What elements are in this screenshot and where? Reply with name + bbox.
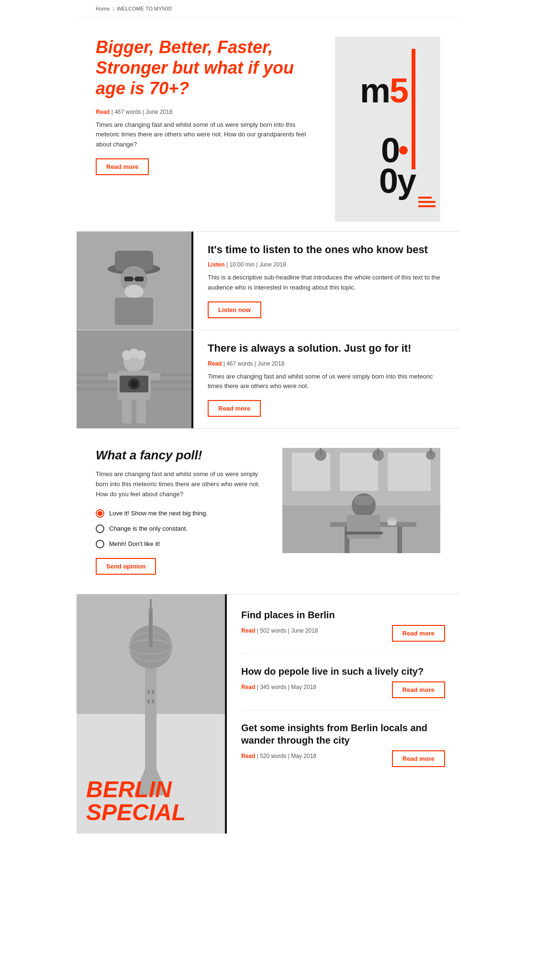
poll-left: What a fancy poll! Times are changing fa… xyxy=(96,448,263,574)
article-1-tag: Listen xyxy=(208,261,224,268)
logo-m5: m5 xyxy=(360,75,408,106)
article-1-meta: Listen | 10:00 min | June 2018 xyxy=(208,261,445,268)
berlin-article-3-meta: Read | 520 words | May 2018 Read more xyxy=(241,750,445,767)
berlin-article-3-read-more[interactable]: Read more xyxy=(392,750,445,767)
svg-rect-28 xyxy=(340,453,378,491)
poll-option-1[interactable]: Love it! Show me the next big thing. xyxy=(96,509,263,518)
svg-rect-57 xyxy=(147,700,150,703)
berlin-left: BERLIN SPECIAL xyxy=(77,594,225,834)
send-opinion-button[interactable]: Send opinion xyxy=(96,558,156,575)
nav-welcome: WELCOME TO MY500! xyxy=(117,6,172,11)
berlin-right: Find places in Berlin Read | 502 words |… xyxy=(225,594,459,834)
svg-rect-8 xyxy=(115,298,153,325)
berlin-article-1-read-more[interactable]: Read more xyxy=(392,625,445,642)
svg-rect-41 xyxy=(347,515,380,539)
poll-title: What a fancy poll! xyxy=(96,448,263,463)
svg-point-7 xyxy=(124,285,144,298)
poll-option-3-label: Mehh! Don't like it! xyxy=(109,540,160,547)
article-1-description: This is a descriptive sub-headline that … xyxy=(208,273,445,293)
svg-rect-21 xyxy=(108,373,118,380)
logo-dot xyxy=(399,146,408,155)
hamburger-menu[interactable] xyxy=(418,197,436,207)
article-card-1: It's time to listen to the ones who know… xyxy=(77,231,459,330)
logo-0y: 0y xyxy=(379,166,415,197)
svg-point-20 xyxy=(131,380,137,387)
svg-rect-53 xyxy=(150,599,152,611)
svg-rect-23 xyxy=(122,400,132,423)
berlin-article-2-tag: Read xyxy=(241,684,255,690)
article-2-content: There is always a solution. Just go for … xyxy=(191,330,459,428)
svg-rect-40 xyxy=(354,496,373,505)
berlin-section: BERLIN SPECIAL Find places in Berlin Rea… xyxy=(77,594,459,834)
logo-0: 0 xyxy=(381,135,399,166)
berlin-article-2-read-more[interactable]: Read more xyxy=(392,681,445,698)
hamburger-line-2 xyxy=(418,201,436,203)
berlin-article-3-title: Get some insights from Berlin locals and… xyxy=(241,722,445,746)
article-2-description: Times are changing fast and whilst some … xyxy=(208,372,445,392)
old-man-svg xyxy=(77,232,191,330)
poll-option-3[interactable]: Mehh! Don't like it! xyxy=(96,540,263,548)
berlin-article-2-title: How do pepole live in such a lively city… xyxy=(241,665,445,678)
header-section: Bigger, Better, Faster, Stronger but wha… xyxy=(77,18,459,231)
article-1-image xyxy=(77,232,191,330)
header-right-logo: m5 0 0y xyxy=(335,37,440,222)
header-meta-info: | 467 words | June 2018 xyxy=(112,109,173,115)
poll-description: Times are changing fast and whilst some … xyxy=(96,469,263,499)
svg-rect-56 xyxy=(152,690,154,694)
svg-rect-58 xyxy=(152,700,154,703)
radio-dot-1 xyxy=(98,511,102,516)
berlin-article-3: Get some insights from Berlin locals and… xyxy=(241,722,445,779)
header-description: Times are changing fast and whilst some … xyxy=(96,120,316,150)
svg-rect-52 xyxy=(149,609,153,647)
svg-rect-5 xyxy=(135,277,144,281)
nav-home[interactable]: Home xyxy=(96,6,110,11)
logo-vertical-bar xyxy=(412,49,415,135)
berlin-article-1: Find places in Berlin Read | 502 words |… xyxy=(241,609,445,654)
berlin-article-1-tag: Read xyxy=(241,627,255,634)
berlin-label-line1: BERLIN xyxy=(86,778,186,801)
berlin-article-3-tag: Read xyxy=(241,753,255,759)
header-tag: Read xyxy=(96,109,110,115)
poll-section: What a fancy poll! Times are changing fa… xyxy=(77,428,459,593)
svg-rect-24 xyxy=(136,400,146,423)
svg-rect-44 xyxy=(345,532,383,535)
article-2-meta: Read | 467 words | June 2018 xyxy=(208,360,445,367)
poll-right xyxy=(282,448,440,574)
berlin-label-line2: SPECIAL xyxy=(86,801,186,824)
hamburger-line-3 xyxy=(418,205,436,207)
article-1-listen-button[interactable]: Listen now xyxy=(208,301,261,318)
photographer-svg xyxy=(77,330,191,428)
poll-image xyxy=(282,448,440,553)
poll-option-2[interactable]: Change is the only constant. xyxy=(96,524,263,533)
berlin-article-2: How do pepole live in such a lively city… xyxy=(241,665,445,710)
berlin-article-2-meta: Read | 345 words | May 2018 Read more xyxy=(241,681,445,698)
berlin-article-1-title: Find places in Berlin xyxy=(241,609,445,621)
radio-circle-1 xyxy=(96,509,104,518)
article-2-read-more-button[interactable]: Read more xyxy=(208,400,261,417)
article-2-tag: Read xyxy=(208,360,222,367)
poll-option-1-label: Love it! Show me the next big thing. xyxy=(109,510,208,517)
svg-point-16 xyxy=(136,350,146,360)
svg-rect-55 xyxy=(147,690,150,694)
hamburger-line-1 xyxy=(418,197,432,199)
article-card-2: There is always a solution. Just go for … xyxy=(77,330,459,428)
radio-circle-2 xyxy=(96,524,104,533)
article-1-content: It's time to listen to the ones who know… xyxy=(191,232,459,330)
header-read-more-button[interactable]: Read more xyxy=(96,158,149,175)
poll-option-2-label: Change is the only constant. xyxy=(109,525,188,532)
article-2-image xyxy=(77,330,191,428)
article-2-title: There is always a solution. Just go for … xyxy=(208,342,445,356)
svg-rect-22 xyxy=(150,373,160,380)
poll-radio-group: Love it! Show me the next big thing. Cha… xyxy=(96,509,263,548)
svg-rect-4 xyxy=(124,277,133,281)
logo-container: m5 0 0y xyxy=(360,46,415,197)
radio-circle-3 xyxy=(96,540,104,548)
logo-text-group: m5 0 0y xyxy=(360,46,415,197)
berlin-label: BERLIN SPECIAL xyxy=(77,768,195,834)
poll-cafe-svg xyxy=(282,448,440,553)
nav-separator: | xyxy=(112,6,114,11)
header-meta: Read | 467 words | June 2018 xyxy=(96,109,316,115)
header-left: Bigger, Better, Faster, Stronger but wha… xyxy=(96,37,335,222)
nav-bar: Home | WELCOME TO MY500! xyxy=(77,0,459,18)
berlin-article-1-meta: Read | 502 words | June 2018 Read more xyxy=(241,625,445,642)
